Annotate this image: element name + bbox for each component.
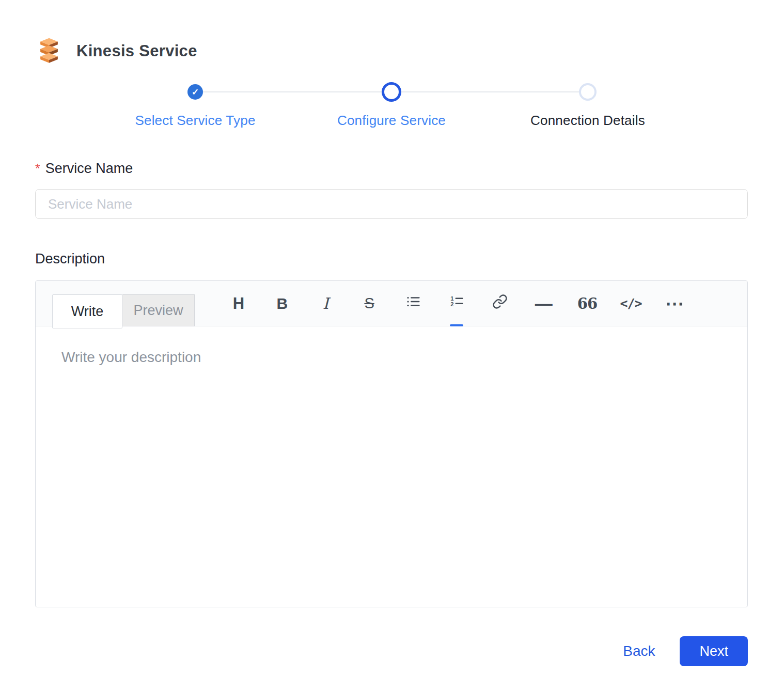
ordered-list-icon: 1 2	[449, 294, 464, 313]
stepper: ✓ Select Service Type Configure Service …	[97, 80, 686, 129]
svg-text:2: 2	[450, 301, 453, 307]
horizontal-rule-icon: —	[535, 293, 553, 313]
step-label-configure-service: Configure Service	[293, 113, 490, 129]
service-name-input[interactable]	[35, 189, 748, 219]
step-line	[401, 91, 490, 92]
step-upcoming-circle[interactable]	[579, 83, 597, 101]
unordered-list-icon	[405, 294, 421, 313]
svg-text:1: 1	[450, 295, 453, 302]
horizontal-rule-button[interactable]: —	[533, 289, 555, 318]
next-button[interactable]: Next	[680, 636, 748, 666]
more-icon: ⋯	[665, 293, 684, 315]
strikethrough-button[interactable]: S	[358, 289, 380, 318]
code-button[interactable]: </>	[620, 289, 641, 318]
footer-actions: Back Next	[35, 636, 748, 666]
description-textarea[interactable]	[36, 326, 747, 607]
editor-toolbar-row: Write Preview H B I S	[36, 281, 747, 326]
ordered-list-button[interactable]: 1 2	[446, 289, 467, 318]
link-button[interactable]	[489, 289, 511, 318]
step-select-service-type[interactable]: ✓ Select Service Type	[97, 80, 293, 129]
description-label: Description	[35, 251, 105, 267]
page-title: Kinesis Service	[76, 42, 197, 60]
quote-button[interactable]: 66	[576, 289, 598, 318]
step-current-circle[interactable]	[382, 82, 401, 102]
markdown-editor: Write Preview H B I S	[35, 280, 748, 607]
unordered-list-button[interactable]	[402, 289, 424, 318]
more-button[interactable]: ⋯	[664, 289, 685, 318]
editor-tabs: Write Preview	[52, 294, 195, 328]
italic-icon: I	[323, 294, 329, 312]
bold-button[interactable]: B	[271, 289, 293, 318]
quote-icon: 66	[577, 295, 597, 312]
heading-icon: H	[233, 294, 244, 313]
heading-button[interactable]: H	[228, 289, 249, 318]
tab-preview[interactable]: Preview	[122, 294, 195, 326]
bold-icon: B	[277, 295, 288, 312]
back-button[interactable]: Back	[623, 643, 655, 659]
editor-body	[36, 326, 747, 607]
tab-write[interactable]: Write	[52, 294, 122, 328]
code-icon: </>	[620, 296, 641, 311]
step-label-select-service-type: Select Service Type	[97, 113, 293, 129]
step-configure-service[interactable]: Configure Service	[293, 80, 490, 129]
step-connection-details[interactable]: Connection Details	[490, 80, 686, 129]
step-line	[490, 91, 579, 92]
step-line	[97, 91, 187, 92]
check-icon: ✓	[192, 87, 199, 98]
configure-service-page: Kinesis Service ✓ Select Service Type Co…	[0, 0, 784, 691]
link-icon	[492, 294, 508, 313]
strikethrough-icon: S	[364, 295, 374, 312]
step-line	[203, 91, 293, 92]
required-marker: *	[35, 161, 40, 176]
step-completed-circle[interactable]: ✓	[187, 84, 203, 100]
kinesis-icon	[35, 36, 63, 66]
page-header: Kinesis Service	[35, 36, 748, 66]
italic-button[interactable]: I	[315, 289, 337, 318]
toolbar-active-indicator	[450, 324, 463, 326]
step-line	[597, 91, 686, 92]
service-name-label-row: * Service Name	[35, 161, 748, 177]
description-label-row: Description	[35, 251, 748, 267]
step-label-connection-details: Connection Details	[490, 113, 686, 129]
service-name-label: Service Name	[45, 161, 133, 177]
step-line	[293, 91, 382, 92]
